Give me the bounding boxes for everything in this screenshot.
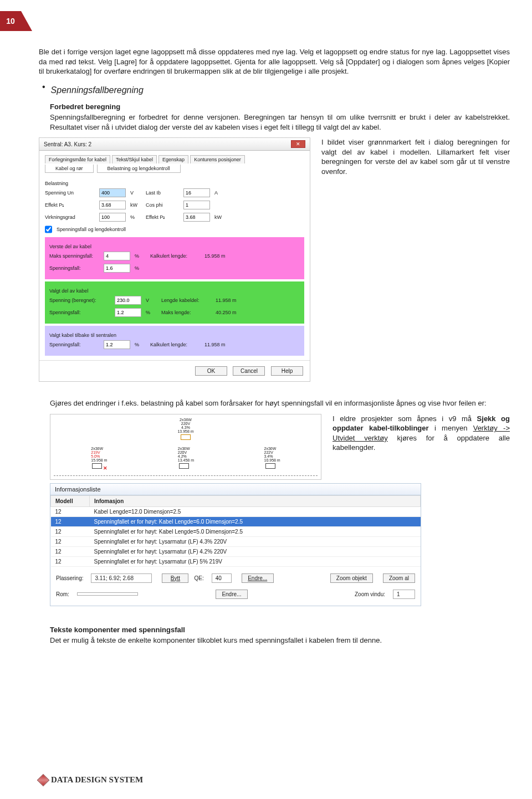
- spenning-beregnet-label: Spenning (beregnet):: [49, 298, 110, 303]
- maks-spenningsfall-field[interactable]: [104, 252, 130, 260]
- cancel-button[interactable]: Cancel: [233, 366, 265, 376]
- virkningsgrad-field[interactable]: [99, 213, 126, 222]
- dialog-breadcrumb: Sentral: A3. Kurs: 2: [44, 141, 91, 147]
- help-button[interactable]: Help: [271, 366, 303, 376]
- pink-spenningsfall-field[interactable]: [104, 264, 130, 273]
- tab-tekst-skjul[interactable]: Tekst/Skjul kabel: [112, 155, 157, 163]
- last-ib-label: Last Ib: [146, 190, 179, 196]
- lilac-spenningsfall-label: Spenningsfall:: [49, 342, 99, 347]
- table-row[interactable]: 12Spenningfallet er for høyt: Kabel Leng…: [51, 516, 421, 526]
- zoom-alt-button[interactable]: Zoom al: [383, 573, 415, 583]
- lilac-title: Valgt kabel tilbake til sentralen: [49, 332, 300, 338]
- green-spenningsfall-field[interactable]: [115, 308, 141, 317]
- virkningsgrad-label: Virkningsgrad: [45, 214, 95, 220]
- tab-forlegning[interactable]: Forlegningsmåte for kabel: [45, 155, 110, 163]
- maks-lengde-label: Maks lengde:: [161, 310, 211, 315]
- cosphi-label: Cos phi: [146, 202, 179, 208]
- cosphi-field[interactable]: [183, 201, 210, 209]
- lilac-kalkulert-value: 11.958 m: [204, 342, 226, 347]
- plassering-label: Plassering:: [56, 575, 83, 581]
- endre2-button[interactable]: Endre...: [216, 590, 248, 599]
- effekt-p2-label: Effekt P₂: [146, 214, 179, 220]
- ok-button[interactable]: OK: [195, 366, 227, 376]
- cable-item: 2x36W222V3.4%10.958 m: [264, 447, 280, 471]
- green-spenningsfall-label: Spenningsfall:: [49, 310, 110, 315]
- footer-brand: DATA DESIGN SYSTEM: [39, 775, 143, 785]
- cable-top-label: 2x36W220V4.3%13.958 m: [54, 418, 318, 433]
- endre-button[interactable]: Endre...: [242, 573, 274, 583]
- zoomvindu-label: Zoom vindu:: [355, 591, 385, 597]
- paragraph-lagoppsett: Ble det i forrige versjon laget egne lag…: [39, 47, 510, 76]
- col-informasjon[interactable]: Infomasjon: [90, 495, 421, 506]
- table-row[interactable]: 12Spenningfallet er for høyt: Kabel Leng…: [51, 526, 421, 536]
- table-row[interactable]: 12Kabel Lengde=12.0 Dimensjon=2.5: [51, 506, 421, 516]
- qe-label: QE:: [194, 575, 203, 581]
- lilac-spenningsfall-field[interactable]: [104, 340, 130, 349]
- green-title: Valgt del av kabel: [49, 288, 300, 294]
- spenning-beregnet-field[interactable]: [115, 296, 141, 305]
- plassering-field[interactable]: 3.11; 6.92; 2.68: [91, 573, 152, 583]
- page-content: Ble det i forrige versjon laget egne lag…: [39, 47, 510, 651]
- effekt-p1-field[interactable]: [99, 201, 126, 209]
- lengde-kabeldel-value: 11.958 m: [216, 298, 237, 303]
- table-row[interactable]: 12Spenningfallet er for høyt: Lysarmatur…: [51, 556, 421, 566]
- bytt-button[interactable]: Bytt: [162, 573, 188, 583]
- informasjonsliste-table: Modell Infomasjon 12Kabel Lengde=12.0 Di…: [50, 495, 421, 567]
- rom-field[interactable]: [77, 592, 138, 596]
- tab-belastning-lengde[interactable]: Belastning og lengdekontroll: [97, 165, 181, 173]
- sidetext-1: I bildet viser grønnmarkert felt i dialo…: [321, 137, 510, 176]
- logo-icon: [37, 774, 50, 786]
- spenning-un-label: Spenning Un: [45, 190, 95, 196]
- cable-item: 2x36W219V5.0%15.958 m ✕: [91, 447, 108, 471]
- informasjonsliste-title: Informasjonsliste: [50, 484, 421, 495]
- sidetext-2: I eldre prosjekter som åpnes i v9 må Sje…: [332, 414, 510, 453]
- unit-kw2: kW: [214, 214, 226, 220]
- rom-label: Rom:: [56, 591, 69, 597]
- paragraph-forbedret-body: Spenningsfallberegning er forbedret for …: [50, 112, 510, 132]
- group-belastning-label: Belastning: [45, 181, 304, 186]
- page-number-tab: 10: [0, 11, 21, 31]
- qe-field[interactable]: 40: [212, 573, 232, 583]
- tab-egenskap[interactable]: Egenskap: [158, 155, 188, 163]
- table-row[interactable]: 12Spenningfallet er for høyt: Lysarmatur…: [51, 546, 421, 556]
- unit-kw: kW: [130, 202, 141, 208]
- table-row[interactable]: 12Spenningfallet er for høyt: Lysarmatur…: [51, 536, 421, 546]
- pink-spenningsfall-label: Spenningsfall:: [49, 265, 99, 271]
- paragraph-tekste-body: Det er mulig å tekste de enkelte kompone…: [50, 636, 510, 646]
- zoom-objekt-button[interactable]: Zoom objekt: [330, 573, 373, 583]
- close-icon[interactable]: ✕: [291, 140, 305, 148]
- maks-spenningsfall-label: Maks spenningsfall:: [49, 253, 99, 259]
- tab-konturens[interactable]: Konturens posisjoner: [190, 155, 245, 163]
- subheading-tekste: Tekste komponenter med spenningsfall: [50, 625, 510, 635]
- pink-title: Verste del av kabel: [49, 244, 300, 249]
- unit-pct: %: [130, 214, 141, 220]
- spenningsfall-checkbox-label: Spenningsfall og lengdekontroll: [57, 227, 126, 232]
- cable-item: 2x36W220V4.2%13.458 m: [178, 447, 194, 471]
- effekt-p1-label: Effekt P₁: [45, 202, 95, 208]
- unit-a: A: [214, 190, 226, 196]
- tab-kabel-og-ror[interactable]: Kabel og rør: [45, 165, 94, 173]
- zoomvindu-field[interactable]: 1: [393, 590, 415, 599]
- last-ib-field[interactable]: [183, 188, 210, 197]
- spenningsfall-checkbox[interactable]: [45, 225, 52, 234]
- cable-diagram: 2x36W220V4.3%13.958 m 2x36W219V5.0%15.95…: [50, 414, 321, 480]
- spenning-un-field[interactable]: [99, 188, 126, 197]
- unit-v: V: [130, 190, 141, 196]
- kalkulert-lengde-value: 15.958 m: [204, 253, 226, 259]
- subheading-forbedret: Forbedret beregning: [50, 102, 510, 112]
- kalkulert-lengde-label: Kalkulert lengde:: [150, 253, 200, 259]
- informasjonsliste-panel: Informasjonsliste Modell Infomasjon 12Ka…: [50, 483, 421, 606]
- paragraph-endringer: Gjøres det endringer i f.eks. belastning…: [50, 398, 510, 408]
- lilac-kalkulert-label: Kalkulert lengde:: [150, 342, 200, 347]
- col-modell[interactable]: Modell: [51, 495, 90, 506]
- maks-lengde-value: 40.250 m: [216, 310, 237, 315]
- dialog-screenshot: Sentral: A3. Kurs: 2 ✕ Forlegningsmåte f…: [39, 137, 310, 382]
- section-title-spenningsfall: Spenningsfallberegning: [51, 85, 144, 95]
- effekt-p2-field[interactable]: [183, 213, 210, 222]
- lengde-kabeldel-label: Lengde kabeldel:: [161, 298, 211, 303]
